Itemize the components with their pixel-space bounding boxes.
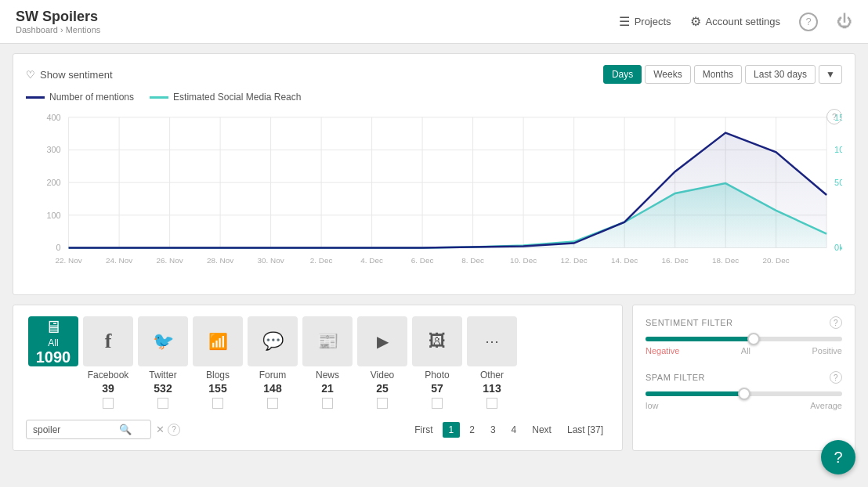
source-item-video[interactable]: ▶ Video 25 — [355, 316, 410, 409]
header-left: SW Spoilers Dashboard › Mentions — [16, 9, 100, 34]
svg-text:28. Nov: 28. Nov — [207, 256, 233, 265]
breadcrumb: Dashboard › Mentions — [16, 25, 100, 34]
search-pagination-row: 🔍 ✕ ? First 1 2 3 4 Next Last [37] — [26, 420, 609, 439]
weeks-button[interactable]: Weeks — [645, 65, 690, 84]
svg-text:300: 300 — [46, 145, 60, 154]
heart-icon: ♡ — [26, 69, 35, 81]
source-checkbox-facebook[interactable] — [103, 398, 114, 409]
svg-text:50k: 50k — [834, 178, 842, 187]
next-page-link[interactable]: Next — [526, 422, 558, 438]
source-checkbox-photo[interactable] — [432, 398, 443, 409]
svg-text:18. Dec: 18. Dec — [712, 256, 739, 265]
breadcrumb-sep: › — [60, 25, 63, 34]
main-content: ♡ Show sentiment Days Weeks Months Last … — [0, 44, 868, 460]
chart-header: ♡ Show sentiment Days Weeks Months Last … — [26, 65, 842, 84]
chart-legend: Number of mentions Estimated Social Medi… — [26, 92, 842, 103]
time-range-control: Last 30 days ▼ — [745, 65, 842, 84]
monitor-icon: 🖥 — [45, 317, 62, 337]
source-icon-video: ▶ — [357, 316, 407, 366]
svg-text:22. Nov: 22. Nov — [56, 256, 82, 265]
account-label: Account settings — [706, 16, 780, 27]
help-icon[interactable]: ? — [799, 13, 818, 31]
sources-grid: 🖥 All 1090 f Facebook 39 — [26, 316, 609, 409]
svg-text:200: 200 — [46, 178, 60, 187]
chart-panel: ♡ Show sentiment Days Weeks Months Last … — [13, 53, 855, 295]
sentiment-positive-label: Positive — [812, 346, 842, 355]
source-item-twitter[interactable]: 🐦 Twitter 532 — [136, 316, 190, 409]
days-button[interactable]: Days — [603, 65, 642, 84]
filter-panel: SENTIMENT FILTER ? Negative All Positive… — [632, 305, 855, 451]
source-checkbox-news[interactable] — [322, 398, 333, 409]
svg-text:20. Dec: 20. Dec — [763, 256, 790, 265]
source-checkbox-other[interactable] — [486, 398, 497, 409]
page-1-link[interactable]: 1 — [443, 422, 461, 438]
svg-text:26. Nov: 26. Nov — [157, 256, 183, 265]
spam-filter-title: SPAM FILTER ? — [646, 371, 842, 384]
sources-panel: 🖥 All 1090 f Facebook 39 — [13, 305, 623, 451]
source-icon-news: 📰 — [302, 316, 353, 366]
source-icon-photo: 🖼 — [412, 316, 462, 366]
source-name-news: News — [316, 370, 339, 381]
breadcrumb-home[interactable]: Dashboard — [16, 25, 58, 34]
svg-text:100k: 100k — [834, 145, 842, 154]
clear-search-icon[interactable]: ✕ — [156, 424, 165, 435]
sentiment-slider-labels: Negative All Positive — [646, 346, 842, 355]
power-icon[interactable]: ⏻ — [837, 13, 852, 31]
legend-teal-line — [150, 96, 168, 99]
legend-mentions: Number of mentions — [26, 92, 134, 103]
source-item-other[interactable]: ⋯ Other 113 — [465, 316, 519, 409]
svg-text:30. Nov: 30. Nov — [258, 256, 284, 265]
legend-mentions-label: Number of mentions — [49, 92, 134, 103]
sentiment-filter-help-icon[interactable]: ? — [830, 316, 842, 329]
source-item-all[interactable]: 🖥 All 1090 — [26, 316, 81, 370]
spam-slider-thumb[interactable] — [738, 388, 750, 400]
source-checkbox-forum[interactable] — [267, 398, 278, 409]
svg-text:12. Dec: 12. Dec — [561, 256, 588, 265]
search-magnifier-icon[interactable]: 🔍 — [119, 424, 132, 435]
first-page-link[interactable]: First — [408, 422, 439, 438]
last-page-link[interactable]: Last [37] — [561, 422, 609, 438]
source-item-blogs[interactable]: 📶 Blogs 155 — [190, 316, 245, 409]
source-item-facebook[interactable]: f Facebook 39 — [81, 316, 136, 409]
legend-reach-label: Estimated Social Media Reach — [173, 92, 301, 103]
projects-nav[interactable]: ☰ Projects — [619, 14, 671, 29]
source-name-forum: Forum — [259, 370, 287, 381]
show-sentiment-toggle[interactable]: ♡ Show sentiment — [26, 69, 113, 81]
source-name-blogs: Blogs — [206, 370, 230, 381]
account-settings-nav[interactable]: ⚙ Account settings — [690, 14, 780, 29]
header: SW Spoilers Dashboard › Mentions ☰ Proje… — [0, 0, 868, 44]
spam-slider-track — [646, 391, 842, 396]
sentiment-slider-track — [646, 337, 842, 341]
source-icon-forum: 💬 — [248, 316, 298, 366]
svg-text:100: 100 — [46, 211, 60, 220]
source-checkbox-blogs[interactable] — [212, 398, 223, 409]
gear-icon: ⚙ — [690, 14, 701, 29]
spam-filter-help-icon[interactable]: ? — [830, 371, 842, 384]
page-3-link[interactable]: 3 — [484, 422, 502, 438]
search-input[interactable] — [33, 424, 119, 435]
spam-filter-label: SPAM FILTER — [646, 373, 705, 382]
all-count: 1090 — [36, 348, 71, 366]
chart-help-icon[interactable]: ? — [826, 109, 842, 124]
search-help-icon[interactable]: ? — [168, 424, 180, 436]
svg-text:10. Dec: 10. Dec — [510, 256, 537, 265]
sentiment-slider-thumb[interactable] — [747, 333, 760, 345]
chart-container: 400 300 200 100 0 150k 100k 50k 0k 22. N… — [26, 109, 842, 283]
source-checkbox-video[interactable] — [377, 398, 388, 409]
time-range-dropdown[interactable]: ▼ — [819, 65, 842, 84]
source-count-facebook: 39 — [102, 382, 114, 395]
page-4-link[interactable]: 4 — [505, 422, 523, 438]
page-2-link[interactable]: 2 — [463, 422, 481, 438]
source-checkbox-twitter[interactable] — [157, 398, 168, 409]
source-icon-other: ⋯ — [467, 316, 517, 366]
source-item-forum[interactable]: 💬 Forum 148 — [245, 316, 300, 409]
svg-text:4. Dec: 4. Dec — [360, 256, 383, 265]
source-icon-facebook: f — [83, 316, 133, 366]
source-item-photo[interactable]: 🖼 Photo 57 — [410, 316, 465, 409]
source-item-news[interactable]: 📰 News 21 — [300, 316, 355, 409]
sentiment-filter-label: SENTIMENT FILTER — [646, 318, 733, 327]
months-button[interactable]: Months — [694, 65, 742, 84]
svg-text:14. Dec: 14. Dec — [611, 256, 638, 265]
spam-filter-section: SPAM FILTER ? low Average — [646, 371, 842, 410]
sentiment-negative-label: Negative — [646, 346, 679, 355]
